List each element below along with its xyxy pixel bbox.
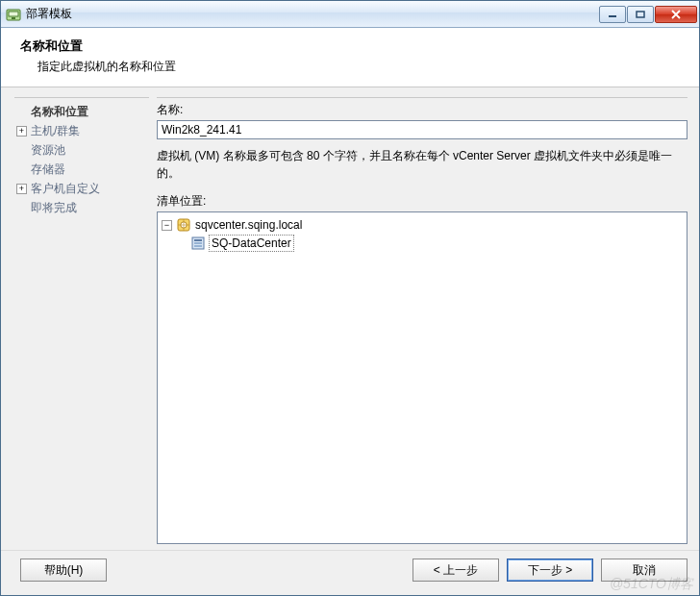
vm-name-input[interactable]: [157, 120, 688, 139]
window-controls: [598, 1, 697, 27]
app-icon: [6, 7, 21, 22]
wizard-header: 名称和位置 指定此虚拟机的名称和位置: [1, 28, 699, 87]
step-storage[interactable]: 存储器: [14, 160, 149, 179]
tree-datacenter-label: SQ-DataCenter: [209, 235, 294, 252]
tree-datacenter-node[interactable]: SQ-DataCenter: [162, 234, 683, 253]
svg-rect-9: [194, 242, 202, 244]
svg-rect-4: [637, 12, 644, 17]
step-label: 主机/群集: [31, 122, 80, 139]
step-host-cluster[interactable]: +主机/群集: [14, 121, 149, 140]
window-title: 部署模板: [26, 6, 598, 22]
plus-icon[interactable]: +: [16, 184, 27, 194]
datacenter-icon: [190, 236, 206, 251]
vcenter-icon: [176, 217, 191, 233]
svg-rect-2: [12, 17, 15, 19]
cancel-button[interactable]: 取消: [601, 559, 688, 582]
name-label: 名称:: [157, 102, 688, 118]
help-button[interactable]: 帮助(H): [20, 559, 107, 582]
wizard-window: 部署模板 名称和位置 指定此虚拟机的名称和位置 名称和位置 +主机/群集: [0, 0, 700, 596]
svg-rect-8: [194, 239, 202, 241]
step-label: 即将完成: [31, 199, 77, 216]
svg-rect-3: [609, 15, 616, 17]
step-label: 存储器: [31, 161, 65, 178]
tree-root-node[interactable]: − sqvcenter.sqing.local: [162, 216, 683, 234]
wizard-footer: 帮助(H) < 上一步 下一步 > 取消: [1, 550, 699, 595]
wizard-steps-sidebar: 名称和位置 +主机/群集 资源池 存储器 +客户机自定义 即将完成: [14, 97, 149, 544]
maximize-button[interactable]: [627, 6, 654, 23]
step-resource-pool[interactable]: 资源池: [14, 140, 149, 160]
step-ready-complete[interactable]: 即将完成: [14, 198, 149, 217]
minimize-button[interactable]: [599, 6, 626, 23]
close-button[interactable]: [655, 6, 697, 23]
step-label: 资源池: [31, 141, 65, 159]
svg-rect-10: [194, 245, 202, 247]
svg-rect-1: [9, 12, 18, 16]
page-subtitle: 指定此虚拟机的名称和位置: [38, 59, 680, 75]
back-button[interactable]: < 上一步: [412, 559, 499, 582]
inventory-label: 清单位置:: [157, 193, 688, 210]
name-hint: 虚拟机 (VM) 名称最多可包含 80 个字符，并且名称在每个 vCenter …: [157, 147, 688, 182]
wizard-body: 名称和位置 +主机/群集 资源池 存储器 +客户机自定义 即将完成 名称: 虚拟…: [1, 87, 699, 550]
wizard-main: 名称: 虚拟机 (VM) 名称最多可包含 80 个字符，并且名称在每个 vCen…: [157, 97, 688, 544]
tree-root-label: sqvcenter.sqing.local: [194, 217, 303, 233]
next-button[interactable]: 下一步 >: [507, 559, 593, 582]
step-label: 名称和位置: [31, 103, 88, 120]
step-guest-customization[interactable]: +客户机自定义: [14, 179, 149, 198]
inventory-tree[interactable]: − sqvcenter.sqing.local: [157, 211, 688, 544]
minus-icon[interactable]: −: [162, 220, 172, 231]
step-label: 客户机自定义: [31, 180, 100, 197]
step-name-location[interactable]: 名称和位置: [14, 102, 149, 121]
page-title: 名称和位置: [20, 37, 680, 55]
plus-icon[interactable]: +: [16, 126, 27, 137]
titlebar: 部署模板: [1, 1, 699, 28]
